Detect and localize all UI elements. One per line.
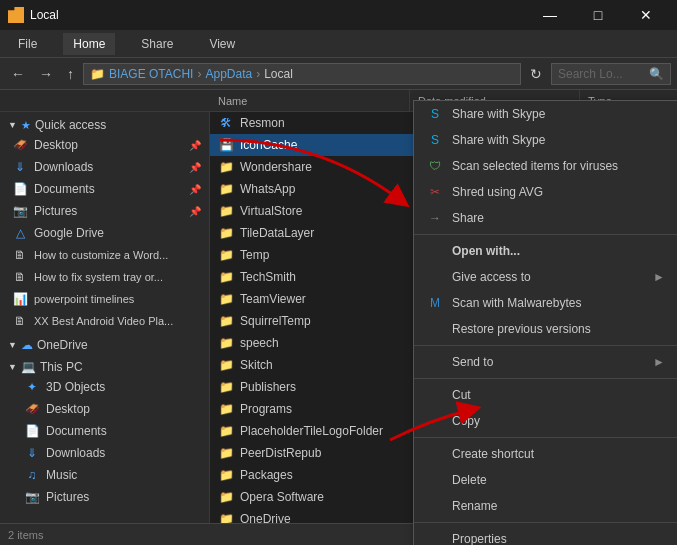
breadcrumb-part-3[interactable]: Local xyxy=(264,67,293,81)
sidebar-pictures-label: Pictures xyxy=(34,204,77,218)
col-header-spacer xyxy=(0,90,210,111)
desktop-icon-2: 🛷 xyxy=(24,401,40,417)
ctx-create-shortcut[interactable]: Create shortcut xyxy=(414,441,677,467)
address-bar: ← → ↑ 📁 BIAGE OTACHI › AppData › Local ↻… xyxy=(0,58,677,90)
breadcrumb-sep-1: › xyxy=(197,67,201,81)
ctx-sep-1 xyxy=(414,234,677,235)
sidebar-pics2-label: Pictures xyxy=(46,490,89,504)
ctx-share-skype-1[interactable]: S Share with Skype xyxy=(414,101,677,127)
sidebar-item-documents2[interactable]: 📄 Documents xyxy=(0,420,209,442)
ctx-cut[interactable]: Cut xyxy=(414,382,677,408)
ctx-label-open-with: Open with... xyxy=(452,244,520,258)
onedrive-header[interactable]: ▼ ☁ OneDrive xyxy=(0,332,209,354)
sidebar-item-downloads2[interactable]: ⇓ Downloads xyxy=(0,442,209,464)
ribbon: File Home Share View xyxy=(0,30,677,58)
search-box[interactable]: Search Lo... 🔍 xyxy=(551,63,671,85)
give-access-icon xyxy=(426,269,444,285)
sidebar-documents-label: Documents xyxy=(34,182,95,196)
send-to-icon xyxy=(426,354,444,370)
sidebar-music-label: Music xyxy=(46,468,77,482)
status-text: 2 items xyxy=(8,529,43,541)
ctx-delete[interactable]: Delete xyxy=(414,467,677,493)
file-icon-iconcache: 💾 xyxy=(218,137,234,153)
sidebar-item-desktop2[interactable]: 🛷 Desktop xyxy=(0,398,209,420)
folder-icon-packages: 📁 xyxy=(218,467,234,483)
col-header-name[interactable]: Name xyxy=(210,90,410,111)
sidebar-item-doc1[interactable]: 🗎 How to customize a Word... xyxy=(0,244,209,266)
ppt-icon: 📊 xyxy=(12,291,28,307)
onedrive-label: OneDrive xyxy=(37,338,88,352)
file-name-iconcache: IconCache xyxy=(240,138,407,152)
ctx-restore-versions[interactable]: Restore previous versions xyxy=(414,316,677,342)
maximize-button[interactable]: □ xyxy=(575,0,621,30)
ctx-give-access[interactable]: Give access to ► xyxy=(414,264,677,290)
tab-file[interactable]: File xyxy=(8,33,47,55)
quick-access-header[interactable]: ▼ ★ Quick access xyxy=(0,112,209,134)
ctx-copy[interactable]: Copy xyxy=(414,408,677,434)
ctx-label-give-access: Give access to xyxy=(452,270,531,284)
folder-icon-publishers: 📁 xyxy=(218,379,234,395)
sidebar-ppt-label: powerpoint timelines xyxy=(34,293,134,305)
video-icon: 🗎 xyxy=(12,313,28,329)
folder-icon-tiledatalayer: 📁 xyxy=(218,225,234,241)
sidebar-item-downloads[interactable]: ⇓ Downloads 📌 xyxy=(0,156,209,178)
chevron-right-icon: ▼ xyxy=(8,340,17,350)
ctx-shred-avg[interactable]: ✂ Shred using AVG xyxy=(414,179,677,205)
sidebar-downloads2-label: Downloads xyxy=(46,446,105,460)
refresh-button[interactable]: ↻ xyxy=(525,64,547,84)
ctx-scan-virus[interactable]: 🛡 Scan selected items for viruses xyxy=(414,153,677,179)
tab-home[interactable]: Home xyxy=(63,33,115,55)
minimize-button[interactable]: — xyxy=(527,0,573,30)
sidebar-item-pictures2[interactable]: 📷 Pictures xyxy=(0,486,209,508)
ctx-send-to[interactable]: Send to ► xyxy=(414,349,677,375)
downloads-icon: ⇓ xyxy=(12,159,28,175)
breadcrumb[interactable]: 📁 BIAGE OTACHI › AppData › Local xyxy=(83,63,521,85)
sidebar: ▼ ★ Quick access 🛷 Desktop 📌 ⇓ Downloads… xyxy=(0,112,210,545)
thispc-label: This PC xyxy=(40,360,83,374)
ctx-open-with[interactable]: Open with... xyxy=(414,238,677,264)
ctx-scan-malware[interactable]: M Scan with Malwarebytes xyxy=(414,290,677,316)
rename-icon xyxy=(426,498,444,514)
up-button[interactable]: ↑ xyxy=(62,64,79,84)
ctx-share-skype-2[interactable]: S Share with Skype xyxy=(414,127,677,153)
pictures-icon: 📷 xyxy=(12,203,28,219)
pin-icon-4: 📌 xyxy=(189,206,201,217)
folder-icon-programs: 📁 xyxy=(218,401,234,417)
sidebar-item-doc2[interactable]: 🗎 How to fix system tray or... xyxy=(0,266,209,288)
ctx-rename[interactable]: Rename xyxy=(414,493,677,519)
breadcrumb-part-2[interactable]: AppData xyxy=(205,67,252,81)
thispc-header[interactable]: ▼ 💻 This PC xyxy=(0,354,209,376)
breadcrumb-part-1[interactable]: BIAGE OTACHI xyxy=(109,67,193,81)
sidebar-item-music[interactable]: ♫ Music xyxy=(0,464,209,486)
ctx-properties[interactable]: Properties xyxy=(414,526,677,545)
ctx-label-send-to: Send to xyxy=(452,355,493,369)
copy-icon xyxy=(426,413,444,429)
sidebar-item-desktop[interactable]: 🛷 Desktop 📌 xyxy=(0,134,209,156)
search-icon[interactable]: 🔍 xyxy=(649,67,664,81)
close-button[interactable]: ✕ xyxy=(623,0,669,30)
forward-button[interactable]: → xyxy=(34,64,58,84)
restore-icon xyxy=(426,321,444,337)
sidebar-item-documents[interactable]: 📄 Documents 📌 xyxy=(0,178,209,200)
sidebar-item-video[interactable]: 🗎 XX Best Android Video Pla... xyxy=(0,310,209,332)
ctx-sep-2 xyxy=(414,345,677,346)
ctx-label-cut: Cut xyxy=(452,388,471,402)
skype-icon-1: S xyxy=(426,106,444,122)
music-icon: ♫ xyxy=(24,467,40,483)
chevron-down-icon: ▼ xyxy=(8,120,17,130)
folder-icon-temp: 📁 xyxy=(218,247,234,263)
shortcut-icon xyxy=(426,446,444,462)
skype-icon-2: S xyxy=(426,132,444,148)
ctx-sep-5 xyxy=(414,522,677,523)
sidebar-item-3d[interactable]: ✦ 3D Objects xyxy=(0,376,209,398)
breadcrumb-folder-icon: 📁 xyxy=(90,67,105,81)
sidebar-item-ppt[interactable]: 📊 powerpoint timelines xyxy=(0,288,209,310)
tab-share[interactable]: Share xyxy=(131,33,183,55)
ctx-label-copy: Copy xyxy=(452,414,480,428)
sidebar-item-google-drive[interactable]: △ Google Drive xyxy=(0,222,209,244)
tab-view[interactable]: View xyxy=(199,33,245,55)
back-button[interactable]: ← xyxy=(6,64,30,84)
sidebar-item-pictures[interactable]: 📷 Pictures 📌 xyxy=(0,200,209,222)
title-bar: Local — □ ✕ xyxy=(0,0,677,30)
ctx-share[interactable]: → Share xyxy=(414,205,677,231)
